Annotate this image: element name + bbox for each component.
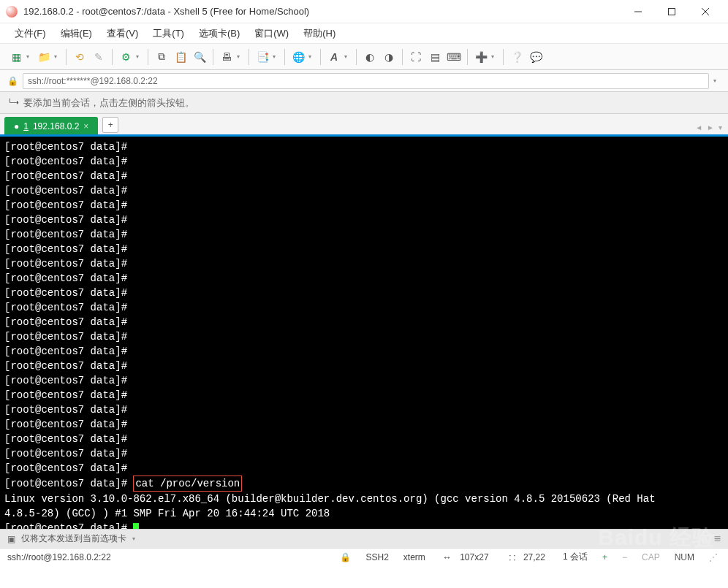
print-icon[interactable]: 🖶 (218, 48, 235, 66)
tab-bar: ● 1 192.168.0.2 × + ◄ ► ▾ (0, 114, 728, 134)
paste-icon[interactable]: 📋 (172, 48, 189, 66)
menubar: 文件(F) 编辑(E) 查看(V) 工具(T) 选项卡(B) 窗口(W) 帮助(… (0, 23, 728, 44)
send-target-bar: ▣ 仅将文本发送到当前选项卡 ▾ ≡ (0, 529, 728, 548)
dropdown-icon[interactable]: ▾ (54, 53, 61, 60)
properties-icon[interactable]: ⚙ (117, 48, 134, 66)
separator (213, 49, 213, 65)
titlebar: 192.168.0.2 - root@centos7:/data - Xshel… (0, 0, 728, 23)
dropdown-icon[interactable]: ▾ (713, 77, 721, 84)
menu-edit[interactable]: 编辑(E) (55, 24, 98, 43)
separator (356, 49, 357, 65)
status-protocol: SSH2 (363, 552, 391, 562)
separator (467, 49, 468, 65)
tab-nav: ◄ ► ▾ (695, 123, 722, 131)
dropdown-icon[interactable]: ▾ (344, 53, 352, 60)
keyboard-icon[interactable]: ⌨ (445, 48, 463, 66)
separator (66, 49, 67, 65)
search-icon[interactable]: 🔍 (191, 48, 208, 66)
terminal[interactable]: [root@centos7 data]#[root@centos7 data]#… (0, 134, 728, 529)
add-tab-button[interactable]: + (102, 117, 118, 133)
separator (320, 49, 321, 65)
color-scheme-icon[interactable]: ◐ (361, 48, 379, 66)
menu-dots-icon[interactable]: ≡ (714, 532, 721, 546)
dropdown-icon[interactable]: ▾ (132, 535, 135, 542)
svg-rect-1 (669, 8, 675, 15)
xftp-icon[interactable]: 📑 (254, 48, 271, 66)
app-icon (6, 6, 18, 18)
menu-help[interactable]: 帮助(H) (297, 24, 341, 43)
status-term-type: xterm (401, 552, 428, 562)
dropdown-icon[interactable]: ▾ (237, 53, 244, 60)
dropdown-icon[interactable]: ▾ (273, 53, 280, 60)
separator (402, 49, 403, 65)
status-caps: CAP (639, 552, 663, 562)
bullet-icon: ● (14, 121, 19, 131)
copy-icon[interactable]: ⧉ (153, 48, 170, 66)
help-icon[interactable]: ❔ (508, 48, 526, 66)
close-tab-icon[interactable]: × (83, 121, 88, 131)
status-dimensions: ↔ 107x27 (437, 552, 495, 562)
cursor-icon: ⸬ (507, 552, 518, 562)
address-bar: 🔒 ▾ (0, 70, 728, 92)
highlight-icon[interactable]: ◑ (380, 48, 398, 66)
maximize-button[interactable] (655, 0, 689, 23)
status-cursor-pos: ⸬ 27,22 (504, 552, 551, 562)
bookmark-arrow-icon[interactable]: ⮡ (9, 97, 19, 109)
dropdown-icon[interactable]: ▾ (308, 53, 316, 60)
tab-list-icon[interactable]: ▾ (718, 123, 722, 131)
status-bar: ssh://root@192.168.0.2:22 🔒 SSH2 xterm ↔… (0, 548, 728, 565)
new-session-icon[interactable]: ▦ (7, 48, 25, 66)
info-text: 要添加当前会话，点击左侧的箭头按钮。 (23, 96, 194, 110)
dropdown-icon[interactable]: ▾ (136, 53, 143, 60)
reconnect-icon[interactable]: ⟲ (71, 48, 88, 66)
minimize-button[interactable] (621, 0, 655, 23)
menu-tabs[interactable]: 选项卡(B) (193, 24, 246, 43)
status-lock-icon: 🔒 (337, 552, 354, 562)
separator (112, 49, 113, 65)
status-num: NUM (672, 552, 697, 562)
status-sessions: 1 会话 (560, 551, 591, 563)
disconnect-icon[interactable]: ✎ (90, 48, 107, 66)
status-resize-grip[interactable]: ⋰ (706, 552, 721, 562)
send-target-text: 仅将文本发送到当前选项卡 (21, 532, 126, 545)
tab-prev-icon[interactable]: ◄ (695, 123, 702, 131)
transparent-icon[interactable]: ▤ (426, 48, 444, 66)
info-bar: ⮡ 要添加当前会话，点击左侧的箭头按钮。 (0, 92, 728, 114)
dropdown-icon[interactable]: ▾ (491, 53, 498, 60)
separator (284, 49, 285, 65)
menu-window[interactable]: 窗口(W) (249, 24, 295, 43)
menu-file[interactable]: 文件(F) (9, 24, 52, 43)
lock-icon[interactable]: ➕ (472, 48, 490, 66)
menu-tools[interactable]: 工具(T) (147, 24, 190, 43)
separator (249, 49, 249, 65)
dropdown-icon[interactable]: ▾ (26, 53, 34, 60)
compose-icon[interactable]: 💬 (527, 48, 545, 66)
menu-view[interactable]: 查看(V) (101, 24, 144, 43)
window-title: 192.168.0.2 - root@centos7:/data - Xshel… (23, 6, 621, 17)
status-connection: ssh://root@192.168.0.2:22 (7, 552, 111, 562)
separator (148, 49, 148, 65)
separator (503, 49, 504, 65)
address-input[interactable] (23, 73, 709, 89)
tab-index: 1 (23, 121, 29, 131)
tab-label: 192.168.0.2 (33, 121, 79, 131)
close-button[interactable] (689, 0, 722, 23)
font-icon[interactable]: A (325, 48, 343, 66)
status-add-icon[interactable]: + (599, 552, 610, 562)
lock-icon: 🔒 (7, 76, 18, 86)
toolbar: ▦▾ 📁▾ ⟲ ✎ ⚙▾ ⧉ 📋 🔍 🖶▾ 📑▾ 🌐▾ A▾ ◐ ◑ ⛶ ▤ ⌨… (0, 44, 728, 70)
globe-icon[interactable]: 🌐 (289, 48, 307, 66)
resize-icon: ↔ (440, 552, 455, 562)
terminal-icon: ▣ (7, 534, 15, 544)
tab-session-1[interactable]: ● 1 192.168.0.2 × (4, 117, 98, 134)
tab-next-icon[interactable]: ► (707, 123, 714, 131)
open-folder-icon[interactable]: 📁 (35, 48, 53, 66)
status-remove-icon[interactable]: − (619, 552, 630, 562)
fullscreen-icon[interactable]: ⛶ (407, 48, 425, 66)
